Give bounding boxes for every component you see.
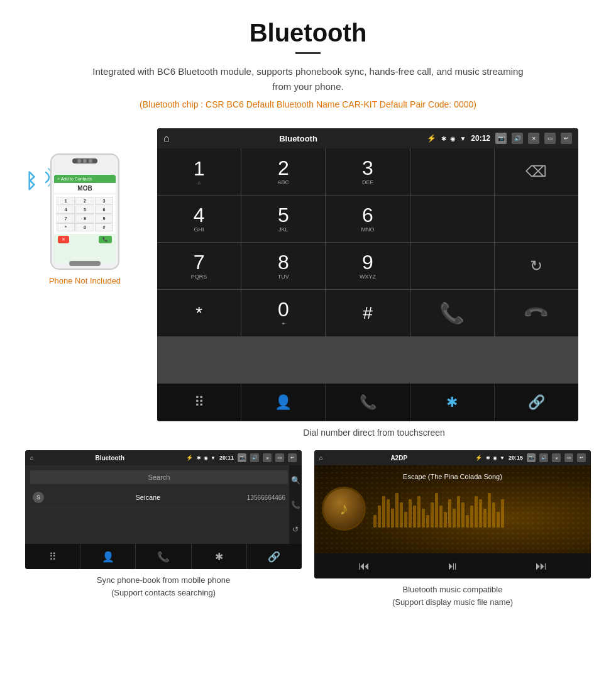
call-sidebar-icon[interactable]: 📞 xyxy=(291,501,300,509)
window-status-icon[interactable]: ▭ xyxy=(544,133,556,144)
phonebook-content: Search S Seicane 13566664466 🔍 📞 ↺ xyxy=(25,465,302,544)
back-status-icon[interactable]: ↩ xyxy=(561,133,572,144)
music-bar xyxy=(444,512,447,528)
dial-key-1[interactable]: 1 ⌂ xyxy=(157,148,241,195)
pb-volume-icon[interactable]: 🔊 xyxy=(250,453,259,462)
dial-empty-4 xyxy=(410,243,494,289)
pb-usb-icon: ⚡ xyxy=(186,455,193,461)
dial-key-9[interactable]: 9 WXYZ xyxy=(326,243,409,289)
prev-button[interactable]: ⏮ xyxy=(358,560,370,573)
big-screen-section: ⌂ Bluetooth ⚡ ✱ ◉ ▼ 20:12 📷 🔊 ✕ ▭ ↩ xyxy=(157,128,591,438)
music-caption: Bluetooth music compatible (Support disp… xyxy=(314,584,591,608)
location-status-icon: ◉ xyxy=(450,135,456,142)
music-bar xyxy=(497,512,500,528)
pb-x-icon[interactable]: ✕ xyxy=(263,453,272,462)
ms-back-icon[interactable]: ↩ xyxy=(577,453,586,462)
toolbar-contacts-btn[interactable]: 👤 xyxy=(241,384,326,421)
camera-status-icon[interactable]: 📷 xyxy=(495,133,507,144)
car-statusbar: ⌂ Bluetooth ⚡ ✱ ◉ ▼ 20:12 📷 🔊 ✕ ▭ ↩ xyxy=(157,128,578,148)
music-bar xyxy=(457,496,460,528)
dial-key-star[interactable]: * xyxy=(157,290,241,336)
music-bar xyxy=(453,509,456,528)
music-bar xyxy=(470,506,473,528)
music-bar xyxy=(378,506,381,528)
phonebook-caption: Sync phone-book from mobile phone (Suppo… xyxy=(25,574,302,599)
pb-back-icon[interactable]: ↩ xyxy=(288,453,297,462)
dial-empty-2 xyxy=(410,196,494,242)
dial-key-7[interactable]: 7 PQRS xyxy=(157,243,241,289)
page-title: Bluetooth xyxy=(13,19,603,47)
music-controls: ⏮ ⏯ ⏭ xyxy=(314,553,591,578)
dial-key-4[interactable]: 4 GHI xyxy=(157,196,241,242)
volume-status-icon[interactable]: 🔊 xyxy=(512,133,523,144)
play-pause-button[interactable]: ⏯ xyxy=(447,560,458,573)
ms-x-icon[interactable]: ✕ xyxy=(552,453,561,462)
music-screen: ⌂ A2DP ⚡ ✱◉▼ 20:15 📷 🔊 ✕ ▭ ↩ Escape (The… xyxy=(314,450,591,578)
pb-window-icon[interactable]: ▭ xyxy=(275,453,284,462)
contact-name: Seicane xyxy=(49,494,247,501)
dial-reload[interactable]: ↻ xyxy=(495,243,578,289)
music-bar xyxy=(466,515,469,528)
ms-volume-icon[interactable]: 🔊 xyxy=(539,453,548,462)
reload-sidebar-icon[interactable]: ↺ xyxy=(292,525,299,534)
close-status-icon[interactable]: ✕ xyxy=(528,133,539,144)
phone-not-included-label: Phone Not Included xyxy=(25,276,145,285)
toolbar-link-btn[interactable]: 🔗 xyxy=(495,384,578,421)
dial-call-red[interactable]: 📞 xyxy=(495,290,578,336)
music-inner: Escape (The Pina Colada Song) ♪ xyxy=(314,465,591,538)
contact-row[interactable]: S Seicane 13566664466 xyxy=(30,488,288,507)
music-bar xyxy=(439,506,443,528)
music-bar xyxy=(426,515,429,528)
phone-bottom-bar xyxy=(52,261,118,266)
pb-dialpad-btn[interactable]: ⠿ xyxy=(25,544,80,569)
music-song-title: Escape (The Pina Colada Song) xyxy=(403,473,502,480)
dial-key-5[interactable]: 5 JKL xyxy=(241,196,325,242)
pb-bluetooth-btn[interactable]: ✱ xyxy=(192,544,247,569)
phonebook-search[interactable]: Search xyxy=(30,470,288,484)
dial-backspace[interactable]: ⌫ xyxy=(495,148,578,195)
pb-contacts-btn[interactable]: 👤 xyxy=(80,544,136,569)
bluetooth-waves-container: ᛒ xyxy=(22,160,53,206)
phonebook-item: ⌂ Bluetooth ⚡ ✱◉▼ 20:11 📷 🔊 ✕ ▭ ↩ Search… xyxy=(25,450,302,608)
dial-key-2[interactable]: 2 ABC xyxy=(241,148,325,195)
music-bar xyxy=(461,502,465,528)
pb-home-icon[interactable]: ⌂ xyxy=(30,455,33,461)
ms-statusbar-time: 20:15 xyxy=(509,455,523,461)
contact-number: 13566664466 xyxy=(247,494,285,501)
phone-section: ᛒ + Add to Contacts xyxy=(25,128,145,285)
dial-key-hash[interactable]: # xyxy=(326,290,409,336)
pb-link-btn[interactable]: 🔗 xyxy=(247,544,302,569)
phonebook-screen: ⌂ Bluetooth ⚡ ✱◉▼ 20:11 📷 🔊 ✕ ▭ ↩ Search… xyxy=(25,450,302,569)
pb-camera-icon[interactable]: 📷 xyxy=(238,453,246,462)
music-bar xyxy=(431,502,434,528)
ms-window-icon[interactable]: ▭ xyxy=(564,453,573,462)
toolbar-bluetooth-btn[interactable]: ✱ xyxy=(410,384,495,421)
usb-icon: ⚡ xyxy=(427,134,436,143)
search-sidebar-icon[interactable]: 🔍 xyxy=(291,476,300,485)
next-button[interactable]: ⏭ xyxy=(536,560,547,573)
dial-empty-1 xyxy=(410,148,494,195)
dial-key-6[interactable]: 6 MNO xyxy=(326,196,409,242)
music-content: Escape (The Pina Colada Song) ♪ xyxy=(314,465,591,553)
screen-caption: Dial number direct from touchscreen xyxy=(157,428,591,438)
music-bar xyxy=(395,493,399,528)
pb-call-btn[interactable]: 📞 xyxy=(136,544,191,569)
dial-key-3[interactable]: 3 DEF xyxy=(326,148,409,195)
statusbar-time: 20:12 xyxy=(471,134,490,143)
phone-keypad: 123 456 789 *0# xyxy=(54,194,116,234)
ms-camera-icon[interactable]: 📷 xyxy=(527,453,536,462)
toolbar-call-btn[interactable]: 📞 xyxy=(326,384,410,421)
phone-illustration: ᛒ + Add to Contacts xyxy=(44,153,126,270)
music-bar xyxy=(387,499,390,528)
home-icon[interactable]: ⌂ xyxy=(163,133,170,144)
contact-letter: S xyxy=(33,492,44,503)
dial-key-8[interactable]: 8 TUV xyxy=(241,243,325,289)
phone-body: + Add to Contacts MOB 123 456 789 *0# ✕ … xyxy=(50,153,119,270)
page-header: Bluetooth Integrated with BC6 Bluetooth … xyxy=(0,0,616,128)
toolbar-dialpad-btn[interactable]: ⠿ xyxy=(157,384,241,421)
dial-key-0[interactable]: 0 + xyxy=(241,290,325,336)
music-bar xyxy=(483,509,487,528)
dial-call-green[interactable]: 📞 xyxy=(410,290,494,336)
music-album-art: ♪ xyxy=(322,487,366,531)
ms-home-icon[interactable]: ⌂ xyxy=(319,455,322,461)
